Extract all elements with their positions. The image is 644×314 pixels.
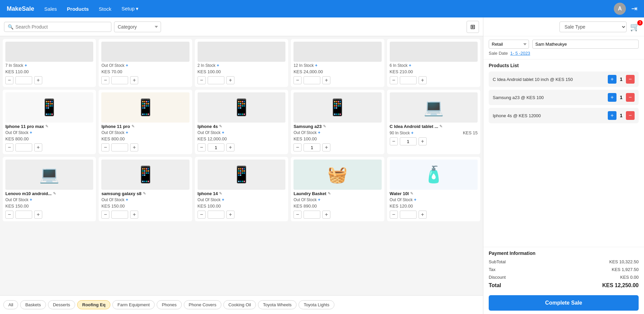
- category-tab-cooking-oil[interactable]: Cooking Oil: [223, 300, 256, 309]
- qty-decrease-btn[interactable]: −: [198, 76, 206, 84]
- cart-icon-wrap[interactable]: 🛒 3: [630, 22, 640, 32]
- qty-decrease-btn[interactable]: −: [198, 143, 206, 151]
- qty-decrease-btn[interactable]: −: [198, 211, 206, 219]
- edit-icon[interactable]: ✎: [410, 191, 413, 196]
- qty-increase-btn[interactable]: +: [322, 76, 330, 84]
- qty-increase-btn[interactable]: +: [226, 211, 234, 219]
- stock-add-btn[interactable]: +: [222, 197, 224, 202]
- cart-qty-remove-btn[interactable]: −: [626, 75, 635, 84]
- qty-decrease-btn[interactable]: −: [390, 211, 398, 219]
- qty-increase-btn[interactable]: +: [130, 211, 138, 219]
- qty-input[interactable]: [111, 211, 128, 219]
- qty-input[interactable]: [15, 76, 32, 84]
- cart-qty-add-btn[interactable]: +: [608, 93, 616, 102]
- qty-input[interactable]: [208, 76, 224, 84]
- qty-increase-btn[interactable]: +: [34, 76, 42, 84]
- qty-increase-btn[interactable]: +: [322, 143, 330, 151]
- sale-type-select[interactable]: Sale Type: [559, 21, 627, 32]
- category-tab-farm-equipment[interactable]: Farm Equipment: [112, 300, 155, 309]
- qty-increase-btn[interactable]: +: [226, 143, 234, 151]
- qty-increase-btn[interactable]: +: [226, 76, 234, 84]
- category-tab-baskets[interactable]: Baskets: [20, 300, 46, 309]
- stock-add-btn[interactable]: +: [30, 130, 32, 135]
- qty-input[interactable]: [111, 143, 128, 151]
- category-tab-toyota-wheels[interactable]: Toyota Wheels: [258, 300, 297, 309]
- qty-input[interactable]: [400, 211, 417, 219]
- edit-icon[interactable]: ✎: [45, 124, 48, 129]
- cart-qty-add-btn[interactable]: +: [608, 75, 616, 84]
- stock-add-btn[interactable]: +: [222, 130, 224, 135]
- sale-person-input[interactable]: [532, 40, 639, 49]
- stock-add-btn[interactable]: +: [126, 63, 128, 68]
- edit-icon[interactable]: ✎: [219, 191, 222, 196]
- qty-increase-btn[interactable]: +: [130, 143, 138, 151]
- nav-sales[interactable]: Sales: [44, 6, 57, 12]
- stock-add-btn[interactable]: +: [414, 197, 416, 202]
- qty-decrease-btn[interactable]: −: [293, 143, 302, 151]
- qty-input[interactable]: [15, 143, 32, 151]
- nav-setup[interactable]: Setup ▾: [121, 6, 139, 12]
- stock-add-btn[interactable]: +: [24, 63, 27, 68]
- cart-qty-remove-btn[interactable]: −: [626, 93, 635, 102]
- qty-decrease-btn[interactable]: −: [5, 143, 13, 151]
- nav-stock[interactable]: Stock: [99, 6, 112, 12]
- qty-input[interactable]: [304, 143, 320, 151]
- qty-input[interactable]: [400, 137, 417, 145]
- logout-icon[interactable]: ⇥: [631, 4, 637, 13]
- qty-decrease-btn[interactable]: −: [5, 211, 13, 219]
- sale-date-link[interactable]: 1- 5 -2023: [510, 51, 530, 56]
- qty-input[interactable]: [400, 76, 417, 84]
- qty-decrease-btn[interactable]: −: [293, 76, 302, 84]
- edit-icon[interactable]: ✎: [328, 191, 331, 196]
- category-tab-phone-covers[interactable]: Phone Covers: [184, 300, 221, 309]
- stock-add-btn[interactable]: +: [217, 63, 219, 68]
- qty-input[interactable]: [304, 76, 320, 84]
- stock-add-btn[interactable]: +: [126, 130, 128, 135]
- qty-input[interactable]: [15, 211, 32, 219]
- stock-add-btn[interactable]: +: [315, 63, 317, 68]
- qty-increase-btn[interactable]: +: [419, 76, 427, 84]
- edit-icon[interactable]: ✎: [131, 124, 135, 129]
- qty-input[interactable]: [304, 211, 320, 219]
- qty-decrease-btn[interactable]: −: [101, 211, 109, 219]
- qty-decrease-btn[interactable]: −: [5, 76, 13, 84]
- qty-increase-btn[interactable]: +: [322, 211, 330, 219]
- brand[interactable]: MakeSale: [7, 5, 34, 12]
- category-tab-toyota-lights[interactable]: Toyota Lights: [299, 300, 334, 309]
- category-tab-desserts[interactable]: Desserts: [48, 300, 75, 309]
- qty-increase-btn[interactable]: +: [34, 143, 42, 151]
- qty-increase-btn[interactable]: +: [419, 137, 427, 145]
- qty-decrease-btn[interactable]: −: [390, 137, 398, 145]
- qty-input[interactable]: [208, 211, 224, 219]
- search-input[interactable]: [15, 24, 108, 30]
- qty-increase-btn[interactable]: +: [419, 211, 427, 219]
- category-select[interactable]: Category: [114, 21, 161, 32]
- qty-increase-btn[interactable]: +: [34, 211, 42, 219]
- qty-decrease-btn[interactable]: −: [390, 76, 398, 84]
- avatar[interactable]: A: [614, 3, 626, 15]
- sale-type-dropdown[interactable]: Retail: [489, 40, 529, 49]
- qty-input[interactable]: [208, 143, 224, 151]
- stock-add-btn[interactable]: +: [409, 63, 411, 68]
- category-tab-phones[interactable]: Phones: [157, 300, 181, 309]
- stock-add-btn[interactable]: +: [126, 197, 128, 202]
- qty-decrease-btn[interactable]: −: [293, 211, 302, 219]
- edit-icon[interactable]: ✎: [219, 124, 222, 129]
- qty-input[interactable]: [111, 76, 128, 84]
- complete-sale-button[interactable]: Complete Sale: [489, 295, 639, 311]
- stock-add-btn[interactable]: +: [411, 131, 414, 135]
- edit-icon[interactable]: ✎: [323, 124, 326, 129]
- filter-button[interactable]: ⊞: [467, 21, 479, 33]
- category-tab-all[interactable]: All: [3, 300, 18, 309]
- edit-icon[interactable]: ✎: [439, 124, 442, 129]
- stock-add-btn[interactable]: +: [30, 197, 32, 202]
- edit-icon[interactable]: ✎: [143, 191, 146, 196]
- category-tab-roofing-eq[interactable]: Roofing Eq: [77, 300, 110, 309]
- qty-decrease-btn[interactable]: −: [101, 143, 109, 151]
- stock-add-btn[interactable]: +: [318, 130, 320, 135]
- nav-products[interactable]: Products: [67, 6, 89, 12]
- cart-qty-remove-btn[interactable]: −: [626, 111, 635, 120]
- qty-increase-btn[interactable]: +: [130, 76, 138, 84]
- qty-decrease-btn[interactable]: −: [101, 76, 109, 84]
- edit-icon[interactable]: ✎: [53, 191, 56, 196]
